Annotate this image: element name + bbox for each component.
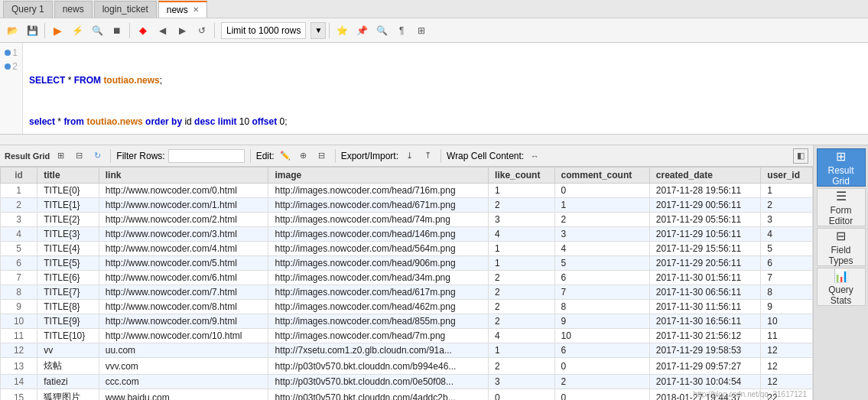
table-cell: 9 xyxy=(1,300,37,314)
sql-content[interactable]: SELECT * FROM toutiao.news; select * fro… xyxy=(23,43,868,134)
stop-btn[interactable]: ⏹ xyxy=(108,21,126,40)
line-num-2: 2 xyxy=(0,60,22,73)
sidebar-result-grid-btn[interactable]: ⊞ ResultGrid xyxy=(817,148,866,187)
table-row[interactable]: 9TITLE{8}http://www.nowcoder.com/8.htmlh… xyxy=(1,300,813,314)
table-cell: 0 xyxy=(554,389,649,401)
table-cell: http://www.nowcoder.com/9.html xyxy=(99,314,268,329)
col-header-title: title xyxy=(37,167,99,184)
sidebar-query-stats-btn[interactable]: 📊 QueryStats xyxy=(817,268,866,306)
table-cell: 1 xyxy=(489,256,555,271)
table-row[interactable]: 11TITLE{10}http://www.nowcoder.com/10.ht… xyxy=(1,329,813,343)
field-types-icon: ⊟ xyxy=(836,229,846,243)
table-cell: http://images.nowcoder.com/head/7m.png xyxy=(268,329,489,343)
tab-news1[interactable]: news xyxy=(54,1,93,18)
table-cell: TITLE{7} xyxy=(37,285,99,300)
export-btn[interactable]: ⤓ xyxy=(401,148,417,164)
table-cell: TITLE{6} xyxy=(37,271,99,285)
table-row[interactable]: 12vvuu.comhttp://7xsetu.com1.z0.glb.clou… xyxy=(1,343,813,358)
table-cell: 3 xyxy=(489,213,555,227)
table-cell: 13 xyxy=(1,358,37,375)
table-cell: 8 xyxy=(1,285,37,300)
table-cell: 8 xyxy=(761,285,813,300)
table-row[interactable]: 4TITLE{3}http://www.nowcoder.com/3.htmlh… xyxy=(1,227,813,242)
table-row[interactable]: 14fatieziccc.comhttp://p03t0v570.bkt.clo… xyxy=(1,375,813,389)
limit-dropdown-btn[interactable]: ▼ xyxy=(310,22,326,39)
tab-news2[interactable]: news ✕ xyxy=(158,1,207,18)
search-btn[interactable]: 🔍 xyxy=(372,21,391,40)
bookmark-btn[interactable]: ⭐ xyxy=(333,21,351,40)
table-cell: 3 xyxy=(1,213,37,227)
col-header-user-id: user_id xyxy=(761,167,813,184)
table-cell: 7 xyxy=(761,271,813,285)
tab-login-ticket[interactable]: login_ticket xyxy=(94,1,157,18)
table-row[interactable]: 5TITLE{4}http://www.nowcoder.com/4.htmlh… xyxy=(1,242,813,256)
filter-rows-input[interactable] xyxy=(168,149,245,163)
edit2-btn[interactable]: ⊕ xyxy=(296,148,311,164)
columns-btn[interactable]: ⊞ xyxy=(412,21,431,40)
pin-btn[interactable]: 📌 xyxy=(353,21,371,40)
table-cell: 1 xyxy=(489,184,555,198)
tab-news2-label: news xyxy=(167,5,188,15)
execute-current-btn[interactable]: ⚡ xyxy=(68,21,86,40)
prev-btn[interactable]: ◀ xyxy=(153,21,171,40)
edit-btn[interactable]: ✏️ xyxy=(278,148,293,164)
table-cell: 12 xyxy=(761,343,813,358)
table-cell: http://www.nowcoder.com/3.html xyxy=(99,227,268,242)
close-icon[interactable]: ✕ xyxy=(193,5,199,14)
table-cell: http://images.nowcoder.com/head/146m.png xyxy=(268,227,489,242)
wrap-label: Wrap Cell Content: xyxy=(447,151,524,161)
table-cell: 2017-11-29 00:56:11 xyxy=(649,198,761,213)
table-cell: 15 xyxy=(1,389,37,401)
data-table-wrapper[interactable]: id title link image like_count comment_c… xyxy=(0,167,813,400)
h-scroll[interactable] xyxy=(0,135,868,145)
grid-extra-btn[interactable]: ⊟ xyxy=(71,148,86,164)
table-cell: 炫帖 xyxy=(37,358,99,375)
grid-view-btn[interactable]: ⊞ xyxy=(53,148,68,164)
panel-toggle-btn[interactable]: ◧ xyxy=(793,148,808,164)
table-row[interactable]: 15狐狸图片www.baidu.comhttp://p03t0v570.bkt.… xyxy=(1,389,813,401)
toolbar-sep-1 xyxy=(44,23,45,38)
line-indicator-1 xyxy=(5,50,11,56)
tab-query1[interactable]: Query 1 xyxy=(3,1,53,18)
execute-btn[interactable]: ▶ xyxy=(48,21,67,40)
table-row[interactable]: 3TITLE{2}http://www.nowcoder.com/2.htmlh… xyxy=(1,213,813,227)
result-section: Result Grid ⊞ ⊟ ↻ Filter Rows: Edit: ✏️ … xyxy=(0,145,868,400)
table-cell: TITLE{2} xyxy=(37,213,99,227)
table-cell: 0 xyxy=(554,358,649,375)
commit-btn[interactable]: ◈ xyxy=(133,21,151,40)
toggle-btn[interactable]: ¶ xyxy=(392,21,411,40)
refresh-grid-btn[interactable]: ↻ xyxy=(89,148,105,164)
sidebar-form-editor-btn[interactable]: ☰ FormEditor xyxy=(817,188,866,226)
table-cell: vv xyxy=(37,343,99,358)
table-row[interactable]: 6TITLE{5}http://www.nowcoder.com/5.htmlh… xyxy=(1,256,813,271)
table-row[interactable]: 13炫帖vvv.comhttp://p03t0v570.bkt.clouddn.… xyxy=(1,358,813,375)
explain-btn[interactable]: 🔍 xyxy=(88,21,106,40)
import-btn[interactable]: ⤒ xyxy=(420,148,435,164)
table-cell: http://www.nowcoder.com/10.html xyxy=(99,329,268,343)
rt-sep-1 xyxy=(110,149,111,163)
table-row[interactable]: 1TITLE{0}http://www.nowcoder.com/0.htmlh… xyxy=(1,184,813,198)
table-cell: 2017-11-30 11:56:11 xyxy=(649,300,761,314)
sidebar-field-types-label: FieldTypes xyxy=(828,245,853,266)
wrap-btn[interactable]: ↔ xyxy=(527,148,542,164)
refresh-btn[interactable]: ↺ xyxy=(193,21,211,40)
open-folder-btn[interactable]: 📂 xyxy=(3,21,21,40)
watermark: http://blog.csdn.net/qq_31617121 xyxy=(694,390,807,398)
table-row[interactable]: 10TITLE{9}http://www.nowcoder.com/9.html… xyxy=(1,314,813,329)
table-cell: http://www.nowcoder.com/2.html xyxy=(99,213,268,227)
table-cell: TITLE{10} xyxy=(37,329,99,343)
table-cell: TITLE{3} xyxy=(37,227,99,242)
table-row[interactable]: 7TITLE{6}http://www.nowcoder.com/6.htmlh… xyxy=(1,271,813,285)
table-cell: 2017-11-29 05:56:11 xyxy=(649,213,761,227)
save-btn[interactable]: 💾 xyxy=(23,21,41,40)
next-btn[interactable]: ▶ xyxy=(173,21,191,40)
edit3-btn[interactable]: ⊟ xyxy=(314,148,330,164)
table-row[interactable]: 8TITLE{7}http://www.nowcoder.com/7.htmlh… xyxy=(1,285,813,300)
table-cell: http://p03t0v570.bkt.clouddn.com/4addc2b… xyxy=(268,389,489,401)
tab-login-ticket-label: login_ticket xyxy=(102,4,148,15)
table-cell: http://images.nowcoder.com/head/462m.png xyxy=(268,300,489,314)
table-row[interactable]: 2TITLE{1}http://www.nowcoder.com/1.htmlh… xyxy=(1,198,813,213)
table-cell: 2 xyxy=(1,198,37,213)
sidebar-form-editor-label: FormEditor xyxy=(829,205,853,226)
sidebar-field-types-btn[interactable]: ⊟ FieldTypes xyxy=(817,228,866,266)
